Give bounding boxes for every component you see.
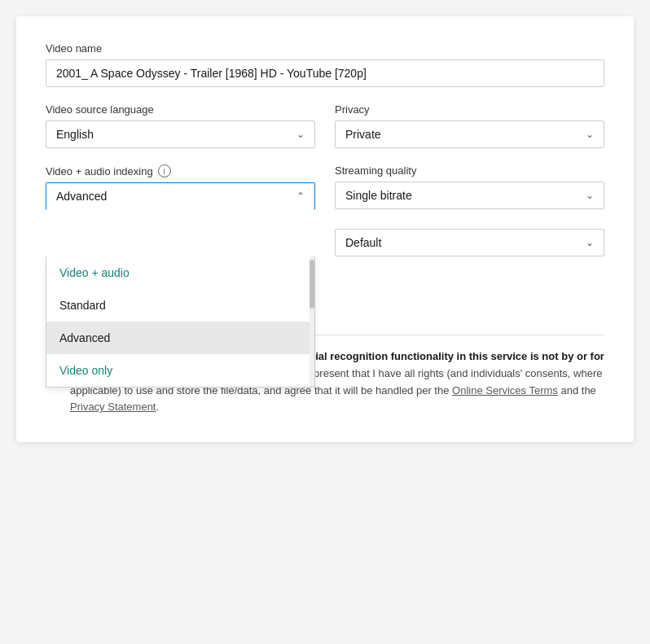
privacy-statement-link[interactable]: Privacy Statement (70, 401, 156, 413)
indexing-streaming-row: Video + audio indexing i Advanced ⌃ Vide… (46, 164, 604, 256)
default-select[interactable]: Default ⌄ (335, 229, 604, 256)
scrollbar-thumb (310, 260, 314, 309)
scrollbar-track (310, 256, 314, 387)
language-select[interactable]: English ⌄ (46, 120, 315, 148)
indexing-col: Video + audio indexing i Advanced ⌃ Vide… (46, 164, 315, 256)
indexing-chevron-icon: ⌃ (296, 191, 305, 202)
video-name-input[interactable] (46, 59, 604, 87)
indexing-dropdown-menu: Video + audio Standard Advanced Video on… (46, 256, 315, 388)
privacy-label: Privacy (335, 103, 604, 116)
default-chevron-icon: ⌄ (586, 237, 594, 248)
indexing-info-icon[interactable]: i (158, 164, 171, 177)
language-label: Video source language (46, 103, 315, 116)
main-card: Video name Video source language English… (16, 16, 634, 442)
language-col: Video source language English ⌄ (46, 103, 315, 148)
indexing-option-advanced[interactable]: Advanced (46, 322, 314, 354)
streaming-select[interactable]: Single bitrate ⌄ (335, 182, 604, 209)
privacy-col: Privacy Private ⌄ (335, 103, 604, 148)
ost-link[interactable]: Online Services Terms (452, 384, 558, 396)
streaming-chevron-icon: ⌄ (586, 190, 594, 201)
indexing-option-video-audio[interactable]: Video + audio (46, 256, 314, 289)
indexing-option-standard[interactable]: Standard (46, 289, 314, 322)
indexing-option-video-only[interactable]: Video only (46, 354, 314, 387)
streaming-col: Streaming quality Single bitrate ⌄ Defau… (335, 164, 604, 256)
language-privacy-row: Video source language English ⌄ Privacy … (46, 103, 604, 148)
streaming-label: Streaming quality (335, 164, 604, 177)
indexing-label: Video + audio indexing i (46, 164, 315, 177)
privacy-select[interactable]: Private ⌄ (335, 120, 604, 148)
video-name-section: Video name (46, 42, 604, 87)
privacy-chevron-icon: ⌄ (586, 129, 594, 140)
language-chevron-icon: ⌄ (296, 129, 305, 140)
video-name-label: Video name (46, 42, 604, 55)
indexing-select[interactable]: Advanced ⌃ (46, 182, 315, 210)
